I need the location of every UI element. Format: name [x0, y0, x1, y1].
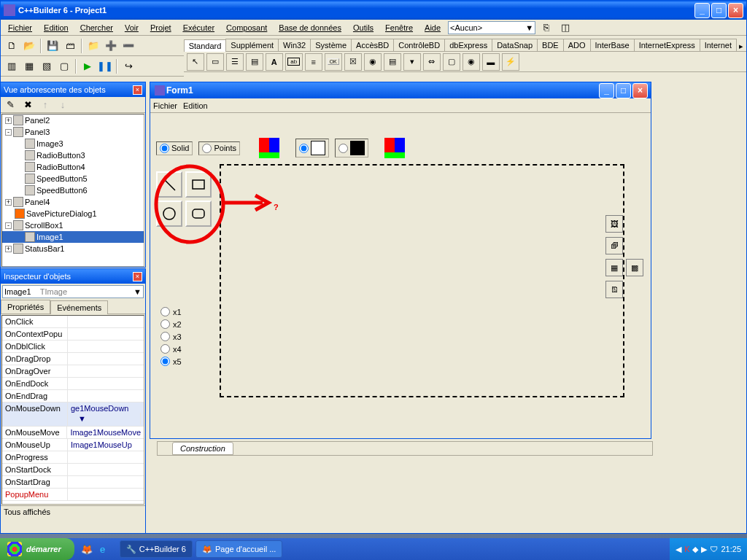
tree-node[interactable]: +Panel2: [2, 114, 144, 126]
palette-tab[interactable]: InternetExpress: [634, 39, 700, 51]
tree-node[interactable]: SpeedButton5: [2, 173, 144, 184]
inspector-row[interactable]: OnDragDrop: [2, 353, 144, 365]
scrollbar-icon[interactable]: ⇔: [423, 53, 441, 71]
inspector-object-combo[interactable]: Image1 TImage▼: [2, 285, 144, 298]
side-btn-1[interactable]: 🖼: [605, 215, 623, 233]
side-btn-3[interactable]: ▦: [605, 259, 623, 276]
close-icon[interactable]: ×: [133, 85, 142, 95]
new-button[interactable]: 🗋: [4, 38, 20, 54]
radio-color-black[interactable]: [335, 139, 368, 158]
zoom-x1[interactable]: x1: [159, 306, 183, 318]
toolbar-icon[interactable]: ◫: [557, 20, 573, 36]
step-button[interactable]: ↪: [120, 58, 136, 74]
button-icon[interactable]: OK: [325, 53, 342, 71]
menu-bdd[interactable]: Base de données: [274, 22, 346, 34]
tray-icon[interactable]: ▶: [701, 545, 707, 554]
panel-icon[interactable]: ▬: [482, 53, 500, 71]
actionlist-icon[interactable]: ⚡: [502, 53, 519, 71]
menu-composant[interactable]: Composant: [222, 22, 271, 34]
inspector-row[interactable]: OnDragOver: [2, 365, 144, 378]
palette-tab[interactable]: BDE: [537, 39, 564, 51]
tray-icon[interactable]: ◆: [692, 545, 698, 554]
side-btn-2[interactable]: 🗊: [605, 237, 623, 254]
close-button[interactable]: ×: [728, 3, 743, 18]
tab-events[interactable]: Evénements: [50, 300, 108, 314]
menu-chercher[interactable]: Chercher: [76, 22, 117, 34]
open-project-button[interactable]: 📁: [85, 38, 101, 54]
radiogroup-icon[interactable]: ◉: [462, 53, 480, 71]
palette-tab[interactable]: ADO: [563, 39, 591, 51]
palette-tab-standard[interactable]: Standard: [184, 39, 227, 52]
radio-icon[interactable]: ◉: [364, 53, 382, 71]
label-icon[interactable]: A: [266, 53, 283, 71]
radio-solid[interactable]: Solid: [156, 141, 193, 155]
maximize-button[interactable]: □: [616, 83, 631, 98]
tree-up-icon[interactable]: ↑: [37, 97, 53, 113]
inspector-row[interactable]: OnEndDock: [2, 378, 144, 390]
close-icon[interactable]: ×: [133, 272, 142, 281]
tray-icon[interactable]: ◀: [676, 545, 681, 554]
zoom-x2[interactable]: x2: [159, 318, 183, 330]
system-tray[interactable]: ◀ K ◆ ▶ 🛡 21:25: [670, 538, 747, 560]
tray-icon[interactable]: 🛡: [710, 545, 718, 553]
zoom-x4[interactable]: x4: [159, 343, 183, 355]
task-cppbuilder[interactable]: 🔧C++Builder 6: [120, 540, 193, 558]
close-button[interactable]: ×: [632, 83, 648, 98]
tree-new-icon[interactable]: ✎: [2, 97, 18, 113]
color-swatch-rgb[interactable]: [384, 138, 405, 158]
inspector-row[interactable]: OnStartDock: [2, 464, 144, 476]
palette-tab[interactable]: Win32: [278, 39, 311, 51]
inspector-row[interactable]: OnMouseUpImage1MouseUp: [2, 439, 144, 451]
remove-button[interactable]: ➖: [120, 38, 136, 54]
menu-projet[interactable]: Projet: [146, 22, 176, 34]
roundrect-tool-button[interactable]: [185, 201, 212, 227]
palette-tab[interactable]: InterBase: [590, 39, 635, 51]
palette-tab[interactable]: Internet: [700, 39, 737, 51]
tree-node[interactable]: RadioButton4: [2, 161, 144, 173]
pause-button[interactable]: ❚❚: [97, 58, 113, 74]
line-tool-button[interactable]: [156, 171, 182, 198]
view-unit-button[interactable]: ▥: [4, 58, 20, 74]
form-body[interactable]: Solid Points x1 x2 x3 x4 x5 🖼 🗊: [150, 113, 651, 438]
tree-node[interactable]: +Panel4: [2, 196, 144, 208]
inspector-row[interactable]: OnStartDrag: [2, 476, 144, 489]
drawing-canvas[interactable]: [220, 164, 624, 397]
listbox-icon[interactable]: ▤: [384, 53, 401, 71]
save-button[interactable]: 💾: [44, 38, 61, 54]
side-btn-4[interactable]: ▩: [626, 259, 643, 276]
run-button[interactable]: ▶: [80, 58, 96, 74]
groupbox-icon[interactable]: ▢: [443, 53, 460, 71]
inspector-row[interactable]: OnEndDrag: [2, 390, 144, 402]
inspector-row[interactable]: OnClick: [2, 316, 144, 328]
maximize-button[interactable]: □: [711, 3, 727, 18]
rect-tool-button[interactable]: [185, 171, 212, 198]
inspector-grid[interactable]: OnClickOnContextPopuOnDblClickOnDragDrop…: [1, 315, 144, 505]
radio-points[interactable]: Points: [198, 141, 240, 155]
menu-executer[interactable]: Exécuter: [179, 22, 219, 34]
form-menu-edition[interactable]: Edition: [183, 101, 208, 110]
palette-tab[interactable]: Supplément: [225, 39, 279, 51]
inspector-row[interactable]: PopupMenu: [2, 489, 144, 501]
inspector-row[interactable]: OnProgress: [2, 451, 144, 464]
panel-title[interactable]: Inspecteur d'objets ×: [1, 269, 145, 284]
inspector-row[interactable]: OnDblClick: [2, 341, 144, 353]
form-titlebar[interactable]: Form1 _ □ ×: [150, 82, 651, 98]
start-button[interactable]: démarrer: [0, 538, 74, 560]
side-btn-5[interactable]: 🖻: [605, 281, 623, 298]
view-form-button[interactable]: ▦: [21, 58, 37, 74]
tree-node[interactable]: -ScrollBox1: [2, 219, 144, 231]
tab-properties[interactable]: Propriétés: [1, 300, 50, 314]
palette-tab[interactable]: AccèsBD: [351, 39, 394, 51]
menu-fichier[interactable]: Fichier: [4, 22, 36, 34]
task-browser[interactable]: 🦊Page d'accueil ...: [196, 540, 282, 558]
circle-tool-button[interactable]: [156, 201, 182, 227]
menu-voir[interactable]: Voir: [120, 22, 143, 34]
quicklaunch-ie-icon[interactable]: e: [95, 541, 111, 557]
panel-title[interactable]: Vue arborescente des objets ×: [1, 82, 145, 97]
inspector-row[interactable]: OnContextPopu: [2, 328, 144, 341]
edit-icon[interactable]: ab: [285, 53, 303, 71]
new-form-button[interactable]: ▢: [56, 58, 72, 74]
tree-view[interactable]: +Panel2-Panel3Image3RadioButton3RadioBut…: [1, 114, 144, 267]
cursor-icon[interactable]: ↖: [187, 53, 204, 71]
frame-icon[interactable]: ▭: [206, 53, 224, 71]
